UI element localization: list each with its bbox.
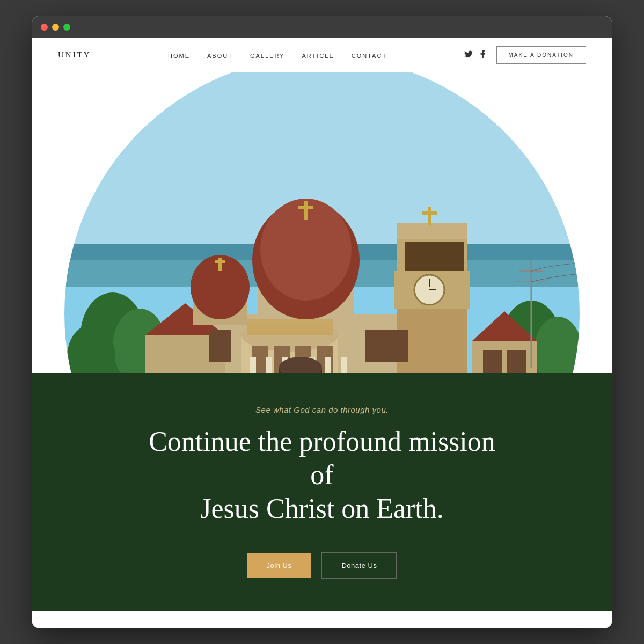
svg-rect-46 [266,357,272,373]
svg-rect-14 [472,341,537,373]
nav-item-gallery[interactable]: GALLERY [250,50,285,60]
svg-rect-41 [436,244,460,268]
svg-rect-57 [507,350,526,373]
nav-link-home[interactable]: HOME [168,53,190,59]
site-logo[interactable]: UNITY [58,50,91,60]
browser-window: UNITY HOME ABOUT GALLERY ARTICLE CONTACT [32,16,612,628]
join-us-button[interactable]: Join Us [247,553,311,578]
svg-rect-54 [365,330,386,362]
nav-item-about[interactable]: ABOUT [207,50,233,60]
facebook-icon[interactable] [480,50,486,61]
hero-section [32,72,612,373]
svg-rect-27 [298,206,313,209]
nav-item-home[interactable]: HOME [168,50,190,60]
make-donation-button[interactable]: MAKE A DONATION [496,46,587,64]
heading-line2: Jesus Christ on Earth. [200,493,444,524]
traffic-light-close[interactable] [41,24,48,31]
main-heading: Continue the profound mission of Jesus C… [134,425,510,525]
nav-links: HOME ABOUT GALLERY ARTICLE CONTACT [168,50,387,60]
browser-chrome [32,16,612,38]
nav-link-article[interactable]: ARTICLE [302,53,334,59]
heading-line1: Continue the profound mission of [149,426,495,490]
nav-right: MAKE A DONATION [464,46,587,64]
svg-rect-42 [397,223,467,239]
svg-rect-40 [409,244,433,268]
nav-social [464,50,486,61]
traffic-light-fullscreen[interactable] [63,24,70,31]
nav-item-contact[interactable]: CONTACT [352,50,387,60]
church-illustration [64,72,580,373]
nav-link-gallery[interactable]: GALLERY [250,53,285,59]
svg-rect-53 [209,330,231,362]
svg-rect-44 [422,211,437,215]
svg-rect-58 [247,319,333,335]
page-content: UNITY HOME ABOUT GALLERY ARTICLE CONTACT [32,38,612,628]
cta-buttons: Join Us Donate Us [247,552,397,579]
traffic-light-minimize[interactable] [52,24,59,31]
svg-rect-45 [250,357,256,373]
svg-rect-50 [341,357,347,373]
svg-rect-26 [304,201,308,220]
twitter-icon[interactable] [464,50,473,60]
nav-link-contact[interactable]: CONTACT [352,53,387,59]
svg-rect-31 [218,258,222,271]
hero-circle-image [64,72,580,373]
svg-rect-49 [325,357,331,373]
dark-section: See what God can do through you. Continu… [32,373,612,611]
svg-rect-56 [483,350,502,373]
svg-rect-43 [428,207,431,225]
svg-rect-55 [386,330,408,362]
navbar: UNITY HOME ABOUT GALLERY ARTICLE CONTACT [32,38,612,72]
nav-link-about[interactable]: ABOUT [207,53,233,59]
tagline-text: See what God can do through you. [255,405,389,414]
donate-us-button[interactable]: Donate Us [321,552,397,579]
nav-item-article[interactable]: ARTICLE [302,50,334,60]
svg-rect-32 [215,260,225,263]
